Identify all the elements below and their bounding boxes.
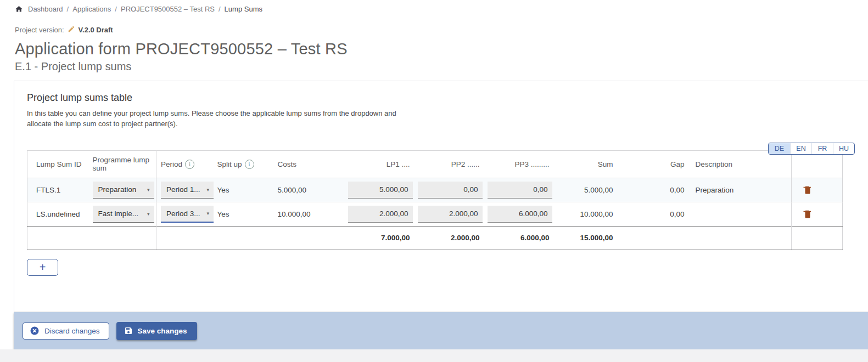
description-cell: Preparation (691, 178, 792, 202)
breadcrumb-separator: / (115, 5, 117, 13)
discard-changes-button[interactable]: Discard changes (23, 323, 109, 340)
chevron-down-icon: ▾ (147, 187, 150, 193)
plus-icon: + (40, 262, 46, 273)
costs-cell: 10.000,00 (276, 202, 346, 226)
project-version-label: Project version: (15, 26, 64, 34)
header-lump-sum-id: Lump Sum ID (27, 150, 91, 178)
total-sum: 15.000,00 (555, 226, 620, 250)
lp1-amount-input[interactable] (348, 206, 413, 223)
pp3-cell (485, 178, 555, 202)
breadcrumb-item-lump-sums[interactable]: Lump Sums (225, 5, 262, 13)
pp2-amount-input[interactable] (418, 206, 483, 223)
language-tab-de[interactable]: DE (769, 143, 790, 154)
header-split-up: Split upi (215, 150, 276, 178)
header-period: Periodi (156, 150, 215, 178)
language-tab-hu[interactable]: HU (833, 143, 854, 154)
sum-cell: 5.000,00 (555, 178, 620, 202)
card-title: Project lump sums table (27, 92, 855, 104)
pencil-icon[interactable] (68, 25, 75, 35)
page-title: Application form PROJECT9500552 – Test R… (15, 40, 868, 58)
language-tabs-row: DE EN FR HU (27, 143, 855, 155)
period-cell: Period 3... ▾ (156, 202, 215, 226)
header-description: Description (691, 150, 792, 178)
table-row: FTLS.1 Preparation ▾ Period 1... ▾ Yes 5… (27, 178, 843, 202)
chevron-down-icon: ▾ (206, 211, 209, 216)
chevron-down-icon: ▾ (147, 211, 150, 217)
actions-cell (792, 178, 843, 202)
period-select[interactable]: Period 3... ▾ (161, 206, 214, 223)
pp2-cell (416, 202, 485, 226)
costs-cell: 5.000,00 (276, 178, 346, 202)
header-programme-lump-sum: Programme lump sum (91, 150, 156, 178)
lump-sum-id-cell: FTLS.1 (27, 178, 91, 202)
home-icon[interactable] (15, 5, 23, 13)
sum-cell: 10.000,00 (555, 202, 620, 226)
period-info-icon[interactable]: i (185, 160, 194, 169)
language-tab-fr[interactable]: FR (811, 143, 833, 154)
header-pp3: PP3 ......... (485, 150, 555, 178)
gap-cell: 0,00 (620, 178, 691, 202)
save-icon (124, 326, 133, 335)
lp1-cell (346, 202, 416, 226)
gap-cell: 0,00 (620, 202, 691, 226)
page-subtitle: E.1 - Project lump sums (15, 60, 868, 73)
programme-lump-sum-cell: Preparation ▾ (91, 178, 156, 202)
add-lump-sum-button[interactable]: + (27, 259, 58, 276)
table-row: LS.undefined Fast imple... ▾ Period 3...… (27, 202, 843, 226)
table-header-row: Lump Sum ID Programme lump sum Periodi S… (27, 150, 843, 178)
breadcrumb-separator: / (67, 5, 69, 13)
language-tabs: DE EN FR HU (768, 143, 855, 155)
pp2-cell (416, 178, 485, 202)
split-up-cell: Yes (215, 202, 276, 226)
split-up-cell: Yes (215, 178, 276, 202)
trash-icon (803, 185, 813, 195)
breadcrumb-item-project[interactable]: PROJECT9500552 – Test RS (121, 5, 215, 13)
total-pp2: 2.000,00 (416, 226, 485, 250)
trash-icon (803, 209, 813, 219)
lp1-amount-input[interactable] (348, 182, 413, 199)
header-gap: Gap (620, 150, 691, 178)
pp2-amount-input[interactable] (418, 182, 483, 199)
language-tab-en[interactable]: EN (790, 143, 811, 154)
header-lp1: LP1 .... (346, 150, 416, 178)
save-changes-button[interactable]: Save changes (116, 322, 197, 340)
breadcrumb-item-dashboard[interactable]: Dashboard (28, 5, 63, 13)
lump-sums-card: Project lump sums table In this table yo… (14, 81, 868, 312)
description-cell (691, 202, 792, 226)
chevron-down-icon: ▾ (206, 187, 209, 193)
project-version-line: Project version: V.2.0 Draft (15, 25, 868, 35)
programme-lump-sum-select[interactable]: Preparation ▾ (93, 182, 154, 199)
breadcrumb: Dashboard / Applications / PROJECT950055… (0, 0, 868, 13)
delete-row-button[interactable] (802, 208, 814, 220)
actions-cell (792, 202, 843, 226)
footer-action-bar: Discard changes Save changes (14, 312, 868, 349)
lump-sum-id-cell: LS.undefined (27, 202, 91, 226)
delete-row-button[interactable] (802, 184, 814, 196)
programme-lump-sum-cell: Fast imple... ▾ (91, 202, 156, 226)
cancel-circle-icon (30, 326, 40, 336)
breadcrumb-item-applications[interactable]: Applications (72, 5, 111, 13)
pp3-amount-input[interactable] (488, 206, 552, 223)
total-pp3: 6.000,00 (485, 226, 555, 250)
page-bottom-strip (0, 349, 868, 362)
totals-row: 7.000,00 2.000,00 6.000,00 15.000,00 (27, 226, 843, 250)
total-lp1: 7.000,00 (346, 226, 416, 250)
header-actions (792, 150, 843, 178)
lp1-cell (346, 178, 416, 202)
programme-lump-sum-select[interactable]: Fast imple... ▾ (93, 206, 154, 223)
header-costs: Costs (276, 150, 346, 178)
period-cell: Period 1... ▾ (156, 178, 215, 202)
split-up-info-icon[interactable]: i (245, 160, 254, 169)
period-select[interactable]: Period 1... ▾ (161, 182, 214, 199)
project-version-value: V.2.0 Draft (79, 26, 113, 34)
card-description: In this table you can define your projec… (27, 109, 411, 129)
pp3-cell (485, 202, 555, 226)
header-sum: Sum (555, 150, 620, 178)
breadcrumb-separator: / (219, 5, 221, 13)
lump-sums-table: Lump Sum ID Programme lump sum Periodi S… (27, 150, 843, 250)
header-pp2: PP2 ...... (416, 150, 485, 178)
pp3-amount-input[interactable] (488, 182, 552, 199)
